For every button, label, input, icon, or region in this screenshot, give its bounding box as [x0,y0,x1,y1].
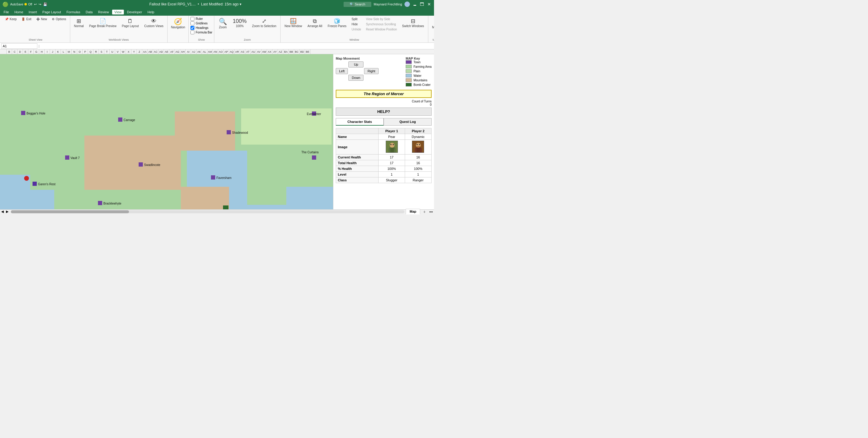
col-header-AO: AO [218,49,224,54]
town-marker-swadlincote [138,162,143,167]
p2-name: Dynamic [405,134,431,140]
town-marker-curtains [312,156,316,160]
macros-button[interactable]: ⚡ Macros [430,17,434,30]
options-button[interactable]: ⚙ Options [50,17,68,22]
menu-developer[interactable]: Developer [124,10,144,14]
autosave-dot [24,3,27,5]
page-layout-button[interactable]: 🗒 Page Layout [120,17,141,29]
tab-character-stats[interactable]: Character Stats [336,118,384,126]
window-view-btns: View Side by Side Synchronous Scrolling … [364,17,399,32]
menu-review[interactable]: Review [96,10,111,14]
help-button[interactable]: HELP? [336,107,432,116]
hide-button[interactable]: Hide [350,22,363,27]
normal-button[interactable]: ⊞ Normal [72,17,86,29]
modified-chevron-icon[interactable]: ▾ [240,2,241,6]
count-of-turns-label: Count of Turns [412,100,432,103]
search-box[interactable]: 🔍 Search [344,2,371,7]
p1-current-health: 17 [378,155,405,160]
menu-insert[interactable]: Insert [26,10,39,14]
terrain-mountain-2 [175,111,235,150]
key-label: Town [413,61,421,64]
reset-window-button[interactable]: Reset Window Position [364,27,399,32]
workbook-views-label: Workbook Views [109,38,129,41]
key-label: Water [413,74,421,77]
menu-formulas[interactable]: Formulas [64,10,83,14]
sync-scrolling-button[interactable]: Synchronous Scrolling [364,22,399,27]
svg-point-1 [390,143,395,147]
sheet-options-icon[interactable]: ••• [428,210,434,213]
menu-view[interactable]: View [112,10,124,14]
town-marker-everwinter [312,111,316,116]
col-header-AH: AH [180,49,186,54]
maximize-button[interactable]: 🗖 [420,2,424,7]
normal-icon: ⊞ [76,19,81,24]
ruler-checkbox[interactable]: Ruler [190,17,212,21]
menu-data[interactable]: Data [83,10,95,14]
scrollbar-thumb[interactable] [11,210,129,213]
horizontal-scrollbar[interactable]: ◀ ▶ Map + ••• [0,209,434,213]
menu-page-layout[interactable]: Page Layout [40,10,64,14]
headings-checkbox[interactable]: Headings [190,26,212,30]
row-label-class: Class [336,177,378,183]
name-box[interactable] [1,43,37,49]
svg-rect-10 [415,148,416,153]
save-icon[interactable]: 💾 [43,2,47,6]
formula-input[interactable] [41,43,433,49]
menu-help[interactable]: Help [145,10,157,14]
svg-rect-14 [416,146,420,147]
keep-button[interactable]: 📌 Keep [3,17,19,22]
gridlines-check[interactable] [190,22,194,25]
move-down-button[interactable]: Down [348,75,364,81]
scrollbar-track[interactable] [11,210,404,213]
svg-point-6 [393,144,394,145]
new-button[interactable]: ➕ New [34,17,49,22]
ruler-check[interactable] [190,17,194,21]
freeze-panes-button[interactable]: 🧊 Freeze Panes [326,17,348,29]
custom-views-button[interactable]: 👁 Custom Views [142,17,166,29]
show-content: Ruler Gridlines Headings Formula Bar [190,17,212,38]
move-right-button[interactable]: Right [364,68,378,74]
exit-button[interactable]: 🚪 Exit [20,17,33,22]
row-label-current-health: Current Health [336,155,378,160]
col-header-AB: AB [148,49,153,54]
sheet-tab-map[interactable]: Map [406,209,420,214]
close-button[interactable]: ✕ [427,2,432,7]
zoom-button[interactable]: 🔍 Zoom [216,17,229,30]
map-svg [0,54,333,209]
movement-buttons: Up Left Right Down [336,62,378,81]
redo-icon[interactable]: ↪ [38,2,41,6]
svg-rect-11 [420,148,422,153]
unhide-button[interactable]: Unhide [350,27,363,32]
map-movement-area: Map Movement Up Left Right Down [336,57,378,87]
next-sheet-icon[interactable]: ▶ [5,210,10,213]
menu-file[interactable]: File [1,10,11,14]
view-side-by-side-button[interactable]: View Side by Side [364,17,399,22]
gridlines-checkbox[interactable]: Gridlines [190,22,212,25]
move-left-button[interactable]: Left [336,68,348,74]
terrain-mountain-crater [181,187,229,209]
move-up-button[interactable]: Up [348,62,364,67]
minimize-button[interactable]: 🗕 [412,2,417,7]
prev-sheet-icon[interactable]: ◀ [0,210,5,213]
tab-quest-log[interactable]: Quest Log [384,118,432,126]
ribbon-group-workbook-views: ⊞ Normal 📄 Page Break Preview 🗒 Page Lay… [70,16,168,42]
arrange-all-button[interactable]: ⧉ Arrange All [305,17,324,29]
zoom-100-button[interactable]: 100% 100% [230,17,249,29]
col-header-AZ: AZ [278,49,283,54]
p2-image [405,140,431,155]
undo-icon[interactable]: ↩ [34,2,37,6]
add-sheet-button[interactable]: + [421,209,428,215]
navigation-button[interactable]: 🧭 Navigation [169,17,187,30]
switch-windows-button[interactable]: ⊟ Switch Windows [400,17,426,29]
headings-check[interactable] [190,26,194,30]
menu-home[interactable]: Home [12,10,26,14]
formula-divider: | [38,44,39,48]
zoom-to-selection-button[interactable]: ⤢ Zoom to Selection [250,17,278,29]
new-window-button[interactable]: 🪟 New Window [282,17,304,29]
formula-bar-check[interactable] [190,30,194,34]
town-marker-shadewood [227,130,231,134]
formula-bar-checkbox[interactable]: Formula Bar [190,30,212,34]
svg-point-13 [419,144,420,145]
page-break-preview-button[interactable]: 📄 Page Break Preview [87,17,119,29]
split-button[interactable]: Split [350,17,363,22]
